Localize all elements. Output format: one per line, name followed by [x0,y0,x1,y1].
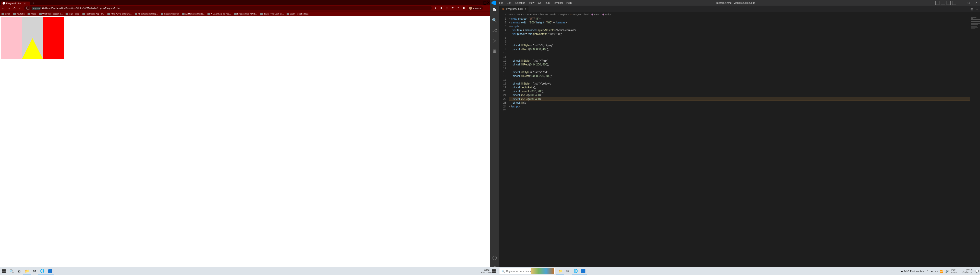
site-icon [39,13,41,15]
start-button[interactable] [0,267,8,275]
url-text: C:/Users/Caetano/OneDrive/Área%20de%20Tr… [42,7,430,9]
maximize-icon[interactable]: ▢ [965,0,972,6]
profile-button[interactable]: Pausado [468,6,483,10]
news-widget[interactable] [531,268,554,274]
layout-icon[interactable] [952,1,956,5]
minimize-icon[interactable]: — [957,0,965,6]
bookmark-item[interactable]: login | Brap [65,13,79,15]
chrome-tabstrip: Program2.html × + — ▢ ✕ [0,0,490,5]
bookmark-item[interactable]: Blaze - The Most Ex... [260,13,284,15]
address-bar[interactable]: ⓘ Arquivo C:/Users/Caetano/OneDrive/Área… [24,6,432,10]
activity-bar: 🗎 🔍 ⎇ ▷ ▦ ◯ ⚙ [490,6,499,270]
close-icon[interactable]: ✕ [972,0,980,6]
split-editor-icon[interactable]: ▥ [970,8,973,10]
layout-icon[interactable] [935,1,939,5]
close-icon[interactable]: ✕ [487,0,490,5]
tab-label: Program2.html [506,8,523,10]
layout-icon[interactable] [941,1,945,5]
ext-icon-3[interactable]: ▣ [462,6,466,10]
tray-battery-icon[interactable]: ▭ [935,270,938,273]
tray-onedrive-icon[interactable]: ☁ [930,270,933,273]
vscode-window: File Edit Selection View Go Run Terminal… [490,0,980,275]
weather-widget[interactable]: ☁ 24°C Pred. nublado [900,270,924,272]
tray-chevron-icon[interactable]: ^ [927,270,928,273]
windows-logo-icon [492,269,496,273]
menu-file[interactable]: File [498,2,505,4]
addr-file-label: Arquivo [32,7,41,9]
home-button[interactable]: ⌂ [18,6,22,9]
editor-tab[interactable]: <> Program2.html × [499,6,529,12]
run-debug-icon[interactable]: ▷ [492,38,497,43]
taskbar-app-vscode[interactable]: 🟦 [46,267,54,275]
menu-go[interactable]: Go [536,2,543,4]
taskbar-app-vscode[interactable]: 🟦 [579,267,587,275]
close-tab-icon[interactable]: × [24,2,25,5]
forward-button[interactable]: → [7,6,11,9]
menu-icon[interactable]: ⋮ [485,6,488,10]
reload-button[interactable]: ⟳ [13,6,16,10]
code-content[interactable]: <meta charset="UTF-8"><canvas width="600… [509,17,970,270]
start-button[interactable] [490,267,498,275]
html-file-icon: <> [502,8,505,10]
bookmark-item[interactable]: (3) Estúdio de Criaç... [135,13,158,15]
extensions-icon[interactable]: ✦ [456,6,460,10]
info-icon[interactable]: ⓘ [26,6,30,11]
extensions-icon[interactable]: ▦ [492,48,497,54]
system-tray: ^ ☁ ▭ 📶 🔊 POR PTB2 00:42 11/12/2022 💬 [927,269,980,274]
taskbar-app-chrome[interactable]: 🌐 [572,267,579,275]
breadcrumb[interactable]: C:› Users› Caetano› OneDrive› Área de Tr… [499,12,980,17]
editor-tabs: <> Program2.html × ▥ … [499,6,980,12]
bookmark-item[interactable]: A Maior Loja de Peç... [207,13,231,15]
more-actions-icon[interactable]: … [975,8,978,10]
bookmark-item[interactable]: Binance Coin (BNB)... [234,13,257,15]
menu-run[interactable]: Run [543,2,551,4]
code-editor[interactable]: 1234567891011121314151617181920212223242… [499,17,980,270]
site-icon [207,13,210,15]
search-icon[interactable]: 🔍 [492,18,497,23]
tray-notifications-icon[interactable]: 💬 [975,270,979,273]
bookmark-item[interactable]: ViralFindr | Search tr... [39,13,62,15]
taskbar-app-chrome[interactable]: 🌐 [38,267,46,275]
bookmark-item[interactable]: Hashtastic App - O... [83,13,104,15]
minimize-icon[interactable]: — [479,0,483,5]
maximize-icon[interactable]: ▢ [483,0,487,5]
browser-tab[interactable]: Program2.html × [1,2,30,5]
menu-edit[interactable]: Edit [505,2,513,4]
tray-volume-icon[interactable]: 🔊 [945,270,949,273]
bookmark-item[interactable]: YouTube [13,13,24,15]
taskbar-app-explorer[interactable]: 📁 [556,267,564,275]
bookmark-item[interactable]: Login - Memberkitzz [286,13,308,15]
search-icon[interactable]: 🔍 [8,267,15,275]
bookmark-star-icon[interactable]: ★ [451,6,454,10]
menu-help[interactable]: Help [565,2,573,4]
close-tab-icon[interactable]: × [525,8,526,10]
menu-terminal[interactable]: Terminal [552,2,565,4]
task-view-icon[interactable]: ⧉ [15,267,23,275]
bookmark-item[interactable]: As Melhores Oferta... [182,13,205,15]
bookmark-item[interactable]: Gmail [2,13,10,15]
tray-clock[interactable]: 00:42 11/12/2022 [959,269,974,274]
taskbar-app-explorer[interactable]: 📁 [23,267,30,275]
share-icon[interactable]: ⇪ [434,6,438,10]
menu-view[interactable]: View [528,2,536,4]
tray-wifi-icon[interactable]: 📶 [940,270,943,273]
ext-icon-1[interactable]: ◆ [439,6,443,10]
taskbar-app-mail[interactable]: ✉ [30,267,38,275]
bookmark-item[interactable]: Maps [27,13,36,15]
account-icon[interactable]: ◯ [492,255,497,260]
ext-icon-2[interactable]: ● [445,6,449,10]
tray-language[interactable]: POR PTB2 [951,269,957,274]
layout-icon[interactable] [947,1,951,5]
new-tab-button[interactable]: + [32,2,36,5]
bookmark-item[interactable]: PRO AUTO GROUP/... [107,13,132,15]
taskbar-app-mail[interactable]: ✉ [564,267,572,275]
page-content [0,16,490,275]
back-button[interactable]: ← [2,6,5,9]
explorer-icon[interactable]: 🗎 [492,8,497,13]
source-control-icon[interactable]: ⎇ [492,28,497,33]
bookmark-item[interactable]: Google Tradutor [161,13,179,15]
minimap[interactable] [970,17,980,270]
menu-selection[interactable]: Selection [513,2,527,4]
tag-icon: ⬢ [591,13,593,16]
site-icon [260,13,263,15]
